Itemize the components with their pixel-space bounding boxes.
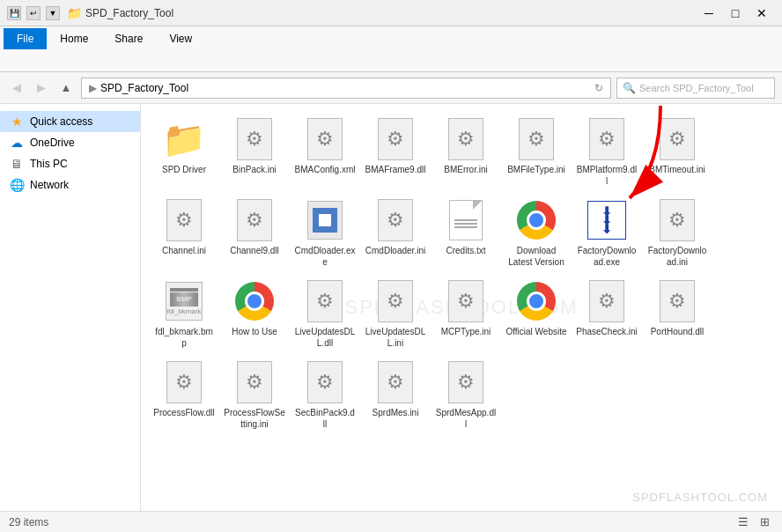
sidebar-label-quick-access: Quick access (30, 115, 92, 128)
sidebar-item-this-pc[interactable]: 🖥 This PC (0, 153, 140, 174)
file-icon-wrap: ⚙ (586, 118, 628, 160)
list-item[interactable]: 📁 SPD Driver (150, 113, 218, 192)
list-item[interactable]: CmdDloader.exe (291, 194, 359, 273)
list-item[interactable]: ⚙ Channel9.dll (220, 194, 289, 273)
list-item[interactable]: BMP fdl_bkmark fdl_bkmark.bmp (150, 275, 218, 354)
refresh-icon[interactable]: ↻ (594, 82, 603, 94)
file-icon-wrap (445, 199, 487, 241)
tab-home[interactable]: Home (47, 28, 101, 49)
window-title: SPD_Factory_Tool (85, 7, 173, 19)
file-label: BMFileType.ini (507, 164, 565, 175)
file-label: Channel9.dll (230, 245, 279, 256)
gear-icon: ⚙ (237, 118, 272, 160)
quick-save-icon[interactable]: 💾 (7, 6, 21, 20)
search-bar[interactable]: 🔍 Search SPD_Factory_Tool (616, 78, 775, 99)
cloud-icon: ☁ (9, 136, 25, 150)
minimize-button[interactable]: ─ (696, 0, 722, 26)
list-item[interactable]: ⚙ LiveUpdatesDLL.ini (361, 275, 430, 354)
list-item[interactable]: ⚙ BMPlatform9.dll (572, 113, 641, 192)
gear-icon: ⚙ (589, 280, 624, 322)
forward-button[interactable]: ▶ (32, 78, 51, 98)
up-button[interactable]: ▲ (56, 78, 76, 98)
file-icon-wrap: ⚙ (163, 361, 205, 403)
list-item[interactable]: ⚙ SecBinPack9.dll (291, 356, 359, 435)
list-item[interactable]: ⚙ ProcessFlow.dll (150, 356, 218, 435)
gear-icon: ⚙ (237, 361, 272, 403)
breadcrumb[interactable]: ▶ SPD_Factory_Tool ↻ (81, 78, 611, 99)
maximize-button[interactable]: □ (722, 0, 749, 26)
gear-icon: ⚙ (378, 280, 413, 322)
list-item[interactable]: Download Latest Version (502, 194, 571, 273)
gear-icon: ⚙ (378, 118, 413, 160)
file-label: fdl_bkmark.bmp (153, 326, 215, 349)
file-icon-wrap: ⚙ (656, 280, 698, 322)
file-icon-wrap: ⚙ (374, 118, 417, 160)
gear-icon: ⚙ (660, 280, 695, 322)
gear-icon: ⚙ (237, 199, 272, 241)
file-label: BMPlatform9.dll (576, 164, 638, 187)
list-item[interactable]: ⚙ ProcessFlowSetting.ini (220, 356, 289, 435)
files-grid: 📁 SPD Driver ⚙ BinPack.ini ⚙ BMAConfig.x… (150, 113, 773, 435)
bmp-icon: BMP fdl_bkmark (166, 282, 203, 321)
list-item[interactable]: How to Use (220, 275, 289, 354)
details-view-button[interactable]: ☰ (734, 514, 752, 531)
title-dropdown-icon[interactable]: ▼ (46, 6, 60, 20)
file-label: BMError.ini (444, 164, 487, 175)
list-item[interactable]: ⚙ BMTimeout.ini (643, 113, 712, 192)
file-icon-wrap: ⚙ (656, 118, 698, 160)
tab-file[interactable]: File (4, 28, 47, 49)
gear-icon: ⚙ (448, 280, 483, 322)
chrome-icon (517, 201, 556, 240)
back-button[interactable]: ◀ (7, 78, 26, 98)
file-icon-wrap (515, 280, 557, 322)
file-label: BMAConfig.xml (295, 164, 356, 175)
list-item[interactable]: ⚙ CmdDloader.ini (361, 194, 430, 273)
list-item[interactable]: ⚙ FactoryDownload.ini (643, 194, 712, 273)
sidebar-item-network[interactable]: 🌐 Network (0, 174, 140, 196)
view-controls: ☰ ⊞ (734, 514, 773, 531)
sidebar-label-onedrive: OneDrive (30, 137, 75, 149)
chrome-icon (235, 282, 274, 321)
list-item[interactable]: ⚙ BMFileType.ini (502, 113, 571, 192)
factory-exe-icon: ⬇ ⬇ ⬇ (587, 201, 626, 240)
list-item[interactable]: ⚙ BMError.ini (432, 113, 500, 192)
list-item[interactable]: ⚙ LiveUpdatesDLL.dll (291, 275, 359, 354)
list-item[interactable]: ⬇ ⬇ ⬇ FactoryDownload.exe (572, 194, 641, 273)
close-button[interactable]: ✕ (749, 0, 775, 26)
file-icon-wrap: ⚙ (586, 280, 628, 322)
list-item[interactable]: ⚙ SprdMes.ini (361, 356, 430, 435)
sidebar-item-quick-access[interactable]: ★ Quick access (0, 111, 140, 132)
file-icon-wrap: ⚙ (163, 199, 205, 241)
network-icon: 🌐 (9, 178, 25, 192)
list-item[interactable]: ⚙ MCPType.ini (432, 275, 500, 354)
tab-share[interactable]: Share (101, 28, 156, 49)
sidebar-item-onedrive[interactable]: ☁ OneDrive (0, 132, 140, 153)
file-icon-wrap (233, 280, 276, 322)
item-count: 29 items (9, 516, 48, 528)
address-bar: ◀ ▶ ▲ ▶ SPD_Factory_Tool ↻ 🔍 Search SPD_… (0, 72, 782, 104)
file-label: Channel.ini (162, 245, 206, 256)
search-icon: 🔍 (623, 82, 636, 94)
file-label: Credits.txt (446, 245, 485, 256)
list-item[interactable]: Official Website (502, 275, 571, 354)
list-item[interactable]: ⚙ PhaseCheck.ini (572, 275, 641, 354)
gear-icon: ⚙ (448, 361, 483, 403)
list-item[interactable]: ⚙ SprdMesApp.dll (432, 356, 500, 435)
list-item[interactable]: ⚙ BinPack.ini (220, 113, 289, 192)
list-item[interactable]: ⚙ BMAFrame9.dll (361, 113, 430, 192)
file-label: BMAFrame9.dll (365, 164, 426, 175)
list-item[interactable]: Credits.txt (432, 194, 500, 273)
file-icon-wrap: ⚙ (374, 361, 417, 403)
file-label: ProcessFlow.dll (153, 407, 214, 418)
list-item[interactable]: ⚙ BMAConfig.xml (291, 113, 359, 192)
list-item[interactable]: ⚙ Channel.ini (150, 194, 218, 273)
gear-icon: ⚙ (589, 118, 624, 160)
tiles-view-button[interactable]: ⊞ (756, 514, 773, 531)
sidebar-label-network: Network (30, 179, 69, 191)
file-label: PortHound.dll (651, 326, 705, 337)
file-icon-wrap (515, 199, 557, 241)
list-item[interactable]: ⚙ PortHound.dll (643, 275, 712, 354)
search-placeholder: Search SPD_Factory_Tool (639, 83, 754, 93)
tab-view[interactable]: View (156, 28, 205, 49)
undo-icon[interactable]: ↩ (26, 6, 41, 20)
